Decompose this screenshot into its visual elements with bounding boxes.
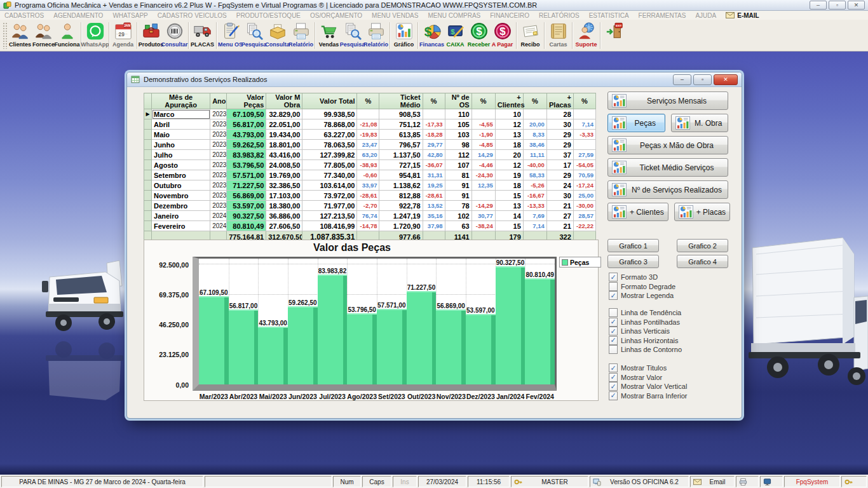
table-cell[interactable]: -16,67: [523, 191, 546, 201]
checkbox-box[interactable]: ✓: [609, 373, 618, 382]
table-cell[interactable]: 30: [546, 191, 573, 201]
table-cell[interactable]: 8,33: [523, 130, 546, 140]
table-cell[interactable]: 1.247,19: [379, 211, 423, 221]
table-cell[interactable]: 27.606,50: [266, 221, 302, 231]
table-cell[interactable]: 63: [445, 221, 471, 231]
checkbox-box[interactable]: [609, 308, 618, 317]
table-cell[interactable]: -1,90: [471, 130, 495, 140]
table-cell[interactable]: 77.340,00: [302, 170, 357, 180]
table-cell[interactable]: 7,14: [523, 221, 546, 231]
table-cell[interactable]: 37,98: [423, 221, 445, 231]
a-pagar-button[interactable]: $A Pagar: [491, 20, 514, 51]
table-cell[interactable]: -18,28: [423, 130, 445, 140]
table-cell[interactable]: 27,59: [573, 150, 595, 160]
table-cell[interactable]: 14: [495, 211, 523, 221]
checkbox-box[interactable]: ✓: [609, 273, 618, 281]
table-cell[interactable]: -28,61: [357, 191, 379, 201]
checkbox-linha-de-tende-ncia[interactable]: Linha de Tendência: [609, 308, 736, 318]
table-cell[interactable]: 19: [495, 170, 523, 180]
view-button-pec-as-x-ma-o-de-obra[interactable]: Peças x Mão de Obra: [607, 136, 728, 154]
table-cell[interactable]: 67.109,50: [227, 109, 266, 119]
caixa-button[interactable]: $CAIXA: [444, 20, 467, 51]
row-selector[interactable]: [144, 140, 152, 150]
table-cell[interactable]: 29: [546, 170, 573, 180]
table-cell[interactable]: 18: [495, 180, 523, 191]
suporte-button[interactable]: Suporte: [574, 20, 598, 51]
table-cell[interactable]: 59.262,50: [227, 140, 266, 150]
table-cell[interactable]: -38,93: [357, 160, 379, 170]
table-cell[interactable]: 103.614,00: [302, 180, 357, 191]
table-cell[interactable]: 36.886,00: [266, 211, 302, 221]
menu-ajuda[interactable]: AJUDA: [695, 12, 716, 19]
table-cell[interactable]: 15: [495, 221, 523, 231]
table-cell[interactable]: 56.817,00: [227, 119, 266, 130]
table-cell[interactable]: -4,85: [471, 140, 495, 150]
table-cell[interactable]: -40,00: [523, 160, 546, 170]
checkbox-mostrar-legenda[interactable]: ✓Mostrar Legenda: [609, 291, 736, 301]
vendas-button[interactable]: Vendas: [317, 20, 341, 51]
table-cell[interactable]: [423, 109, 445, 119]
table-cell[interactable]: 13: [495, 130, 523, 140]
table-cell[interactable]: 43.416,00: [266, 150, 302, 160]
menu-cadastro-veiculos[interactable]: CADASTRO VEICULOS: [158, 12, 227, 19]
consulta-os-button[interactable]: Consulta: [266, 20, 289, 51]
dialog-minimize-button[interactable]: –: [673, 74, 691, 85]
checkbox-linhas-verticais[interactable]: ✓Linhas Verticais: [609, 327, 736, 336]
table-cell[interactable]: -38,24: [471, 221, 495, 231]
receber-button[interactable]: $Receber: [467, 20, 491, 51]
view-button-m-obra[interactable]: M. Obra: [671, 114, 729, 132]
dialog-close-button[interactable]: ✕: [714, 74, 738, 85]
table-cell[interactable]: Outubro: [152, 180, 210, 191]
table-cell[interactable]: Abril: [152, 119, 210, 130]
table-cell[interactable]: 28,57: [573, 211, 595, 221]
table-cell[interactable]: 63,20: [357, 150, 379, 160]
checkbox-linhas-pontilhadas[interactable]: ✓Linhas Pontilhadas: [609, 318, 736, 327]
app-minimize-button[interactable]: –: [810, 1, 827, 10]
table-cell[interactable]: 2023: [210, 170, 227, 180]
menu-agendamento[interactable]: AGENDAMENTO: [53, 12, 103, 19]
table-row[interactable]: Abril202356.817,0022.051,0078.868,00-21,…: [144, 119, 596, 130]
table-cell[interactable]: -54,05: [573, 160, 595, 170]
table-cell[interactable]: 107: [445, 160, 471, 170]
button-grafico-1[interactable]: Grafico 1: [607, 239, 659, 252]
table-cell[interactable]: 2023: [210, 150, 227, 160]
table-cell[interactable]: 22.051,00: [266, 119, 302, 130]
view-button-n-de-servic-os-realizados[interactable]: Nº de Serviços Realizados: [607, 180, 728, 199]
table-cell[interactable]: 76,74: [357, 211, 379, 221]
table-cell[interactable]: 37: [546, 150, 573, 160]
table-cell[interactable]: -17,24: [573, 180, 595, 191]
table-cell[interactable]: 17: [546, 160, 573, 170]
table-cell[interactable]: 18.380,00: [266, 201, 302, 211]
funcionarios-button[interactable]: Funciona: [55, 20, 79, 51]
table-cell[interactable]: -28,61: [423, 191, 445, 201]
table-cell[interactable]: 11,11: [523, 150, 546, 160]
table-cell[interactable]: 908,53: [379, 109, 423, 119]
table-cell[interactable]: 1.138,62: [379, 180, 423, 191]
checkbox-mostrar-barra-inferior[interactable]: ✓Mostrar Barra Inferior: [609, 391, 736, 401]
menu-menu-vendas[interactable]: MENU VENDAS: [372, 12, 418, 19]
table-cell[interactable]: -14,29: [471, 201, 495, 211]
table-cell[interactable]: 56.869,00: [227, 191, 266, 201]
table-cell[interactable]: 105: [445, 119, 471, 130]
table-cell[interactable]: 727,15: [379, 160, 423, 170]
table-cell[interactable]: 31,31: [423, 170, 445, 180]
menu-os-orc-amento[interactable]: OS/ORÇAMENTO: [310, 12, 362, 19]
table-row[interactable]: Novembro202356.869,0017.103,0073.972,00-…: [144, 191, 596, 201]
whatsapp-button[interactable]: WhatsApp: [83, 20, 107, 51]
table-row[interactable]: Agosto202353.796,5024.008,5077.805,00-38…: [144, 160, 596, 170]
dialog-restore-button[interactable]: ▫: [693, 74, 712, 85]
checkbox-mostrar-valor[interactable]: ✓Mostrar Valor: [609, 373, 736, 383]
table-cell[interactable]: 14,29: [471, 150, 495, 160]
table-cell[interactable]: 812,88: [379, 191, 423, 201]
button-grafico-4[interactable]: Grafico 4: [677, 255, 728, 268]
table-cell[interactable]: -14,78: [357, 221, 379, 231]
view-button-ticket-me-dio-servic-os[interactable]: Ticket Médio Serviços: [607, 158, 728, 177]
table-row[interactable]: Janeiro202490.327,5036.886,00127.213,507…: [144, 211, 596, 221]
table-cell[interactable]: 91: [445, 180, 471, 191]
checkbox-mostrar-valor-vertical[interactable]: ✓Mostrar Valor Vertical: [609, 382, 736, 391]
menu-ferramentas[interactable]: FERRAMENTAS: [639, 12, 686, 19]
table-cell[interactable]: 1.137,50: [379, 150, 423, 160]
table-cell[interactable]: 24: [546, 180, 573, 191]
table-row[interactable]: Dezembro202353.597,0018.380,0071.977,00-…: [144, 201, 596, 211]
table-cell[interactable]: -22,22: [573, 221, 595, 231]
